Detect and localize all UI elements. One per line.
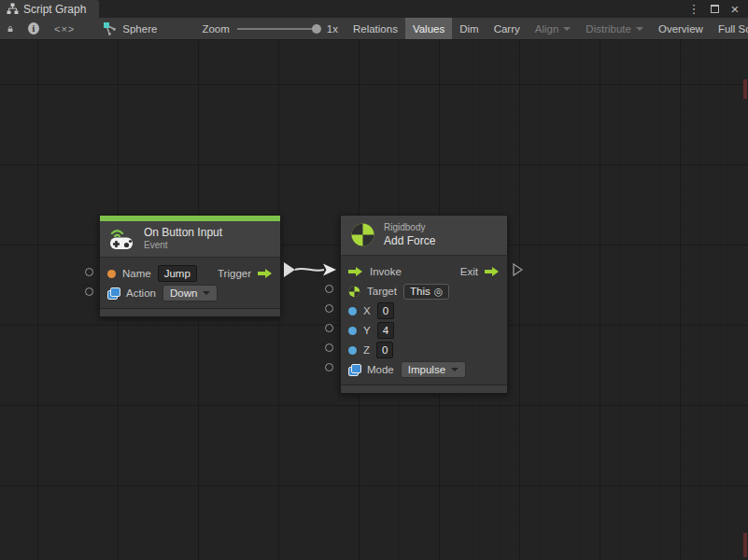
code-icon: <×> (54, 23, 75, 35)
node-title: On Button Input (144, 226, 222, 240)
node-footer (100, 308, 280, 316)
info-button[interactable]: i (21, 18, 47, 39)
connection-wire[interactable] (281, 259, 341, 280)
port-label: X (363, 305, 371, 316)
port-label: Z (363, 344, 370, 356)
lock-icon (7, 23, 13, 35)
graph-owner-breadcrumb[interactable]: Sphere (95, 18, 164, 39)
values-button[interactable]: Values (405, 18, 452, 39)
port-circle-mode[interactable] (325, 363, 333, 371)
port-label: Exit (460, 266, 478, 277)
graph-canvas[interactable]: On Button Input Event Name Jump Trigger (0, 40, 748, 560)
zoom-slider-handle[interactable] (312, 24, 321, 34)
port-label: Action (126, 287, 156, 299)
dim-button[interactable]: Dim (452, 18, 486, 39)
title-bar: Script Graph ⋮ × (0, 0, 748, 18)
tab-label: Script Graph (23, 3, 86, 16)
port-label: Invoke (370, 266, 402, 277)
port-circle-z[interactable] (325, 343, 333, 352)
overview-label: Overview (658, 23, 703, 35)
node-header[interactable]: Rigidbody Add Force (341, 216, 507, 256)
port-row-name: Name Jump Trigger (107, 264, 273, 284)
carry-label: Carry (494, 23, 520, 35)
script-graph-window: Script Graph ⋮ × i <×> (0, 0, 748, 560)
node-on-button-input[interactable]: On Button Input Event Name Jump Trigger (99, 215, 281, 317)
port-label: Name (122, 268, 151, 279)
object-picker-icon[interactable]: ◎ (434, 285, 444, 299)
port-row-mode: Mode Impulse (348, 360, 500, 380)
string-port-icon[interactable] (107, 270, 116, 278)
port-circle-target[interactable] (325, 285, 333, 293)
zoom-control: Zoom 1x (194, 18, 346, 39)
toolbar: i <×> Sphere Zoom 1x Relations Values (0, 18, 748, 40)
port-label: Mode (367, 364, 394, 375)
window-menu-icon[interactable]: ⋮ (686, 2, 701, 17)
mode-dropdown[interactable]: Impulse (401, 361, 466, 378)
port-circle-action[interactable] (85, 287, 93, 296)
info-icon: i (28, 22, 39, 35)
dim-label: Dim (459, 23, 478, 35)
enum-port-icon[interactable] (107, 287, 120, 299)
node-header[interactable]: On Button Input Event (100, 221, 280, 258)
values-label: Values (413, 23, 445, 35)
carry-button[interactable]: Carry (487, 18, 528, 39)
rigidbody-icon (350, 222, 375, 247)
align-label: Align (535, 23, 559, 35)
target-object-field[interactable]: This ◎ (403, 284, 449, 300)
flow-arrow-icon[interactable] (348, 266, 363, 277)
chevron-down-icon (451, 368, 459, 371)
overview-button[interactable]: Overview (651, 18, 711, 39)
align-dropdown[interactable]: Align (528, 18, 579, 39)
flow-arrow-icon[interactable] (485, 266, 500, 277)
name-input[interactable]: Jump (158, 265, 197, 282)
action-dropdown[interactable]: Down (162, 285, 218, 301)
maximize-icon[interactable] (707, 2, 722, 17)
port-row-z: Z 0 (348, 341, 500, 360)
port-label: Y (363, 325, 371, 336)
distribute-dropdown[interactable]: Distribute (578, 18, 651, 39)
zoom-label: Zoom (202, 23, 229, 35)
y-input[interactable]: 4 (377, 322, 394, 339)
enum-port-icon[interactable] (348, 364, 360, 375)
x-input[interactable]: 0 (377, 302, 394, 319)
edit-source-button[interactable]: <×> (47, 18, 82, 39)
node-add-force[interactable]: Rigidbody Add Force Invoke Exit (340, 215, 508, 394)
float-port-icon[interactable] (348, 346, 357, 355)
relations-label: Relations (353, 23, 398, 35)
zoom-value: 1x (327, 23, 338, 35)
relations-button[interactable]: Relations (346, 18, 405, 39)
zoom-slider[interactable] (237, 28, 319, 30)
port-circle-y[interactable] (325, 324, 333, 332)
graph-owner-label: Sphere (122, 23, 157, 35)
port-circle-x[interactable] (325, 304, 333, 313)
flow-arrow-icon[interactable] (258, 268, 273, 279)
exit-port-triangle[interactable] (513, 263, 523, 276)
graph-hierarchy-icon (7, 3, 19, 15)
tab-script-graph[interactable]: Script Graph (0, 0, 99, 18)
node-subtitle: Event (144, 240, 222, 252)
node-footer (341, 385, 507, 393)
port-row-y: Y 4 (348, 321, 500, 341)
chevron-down-icon (563, 27, 571, 31)
float-port-icon[interactable] (348, 307, 357, 315)
vertical-scrollbar-thumb[interactable] (743, 79, 747, 99)
port-row-target: Target This ◎ (348, 282, 500, 301)
close-icon[interactable]: × (727, 2, 742, 17)
float-port-icon[interactable] (348, 327, 357, 335)
port-label: Target (367, 286, 397, 297)
distribute-label: Distribute (586, 23, 631, 35)
rigidbody-port-icon[interactable] (348, 286, 360, 298)
node-body: Invoke Exit Target This (341, 256, 507, 385)
port-circle-name[interactable] (85, 268, 93, 276)
node-category: Rigidbody (384, 222, 435, 234)
chevron-down-icon (203, 291, 210, 295)
action-value: Down (170, 287, 197, 300)
lock-button[interactable] (0, 18, 21, 39)
node-title: Add Force (384, 234, 435, 248)
z-input[interactable]: 0 (376, 342, 393, 358)
full-screen-button[interactable]: Full Screen (711, 18, 748, 39)
script-graph-asset-icon (103, 21, 117, 35)
vertical-scrollbar-thumb[interactable] (743, 533, 747, 557)
window-controls: ⋮ × (686, 0, 748, 18)
node-body: Name Jump Trigger Action Down (100, 258, 280, 308)
